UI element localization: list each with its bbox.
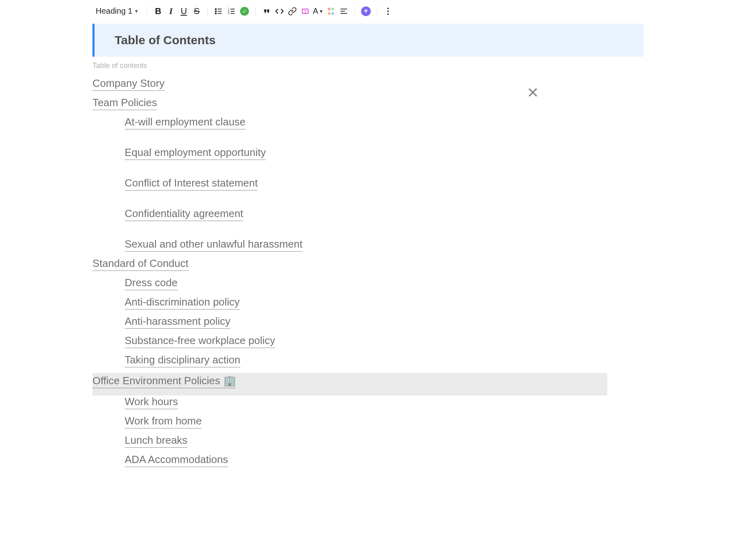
toc-link[interactable]: Taking disciplinary action [125, 354, 240, 367]
toc-link[interactable]: Work from home [125, 415, 202, 428]
toc-row: Taking disciplinary action [92, 354, 643, 373]
toc-link[interactable]: Team Policies [92, 96, 157, 110]
toc-banner-title: Table of Contents [115, 33, 643, 47]
plus-circle-icon: + [361, 6, 371, 16]
highlight-color-button[interactable] [325, 5, 337, 17]
toc-row: Company Story [92, 77, 643, 96]
toc-link[interactable]: Standard of Conduct [92, 257, 189, 271]
toc-row: Anti-discrimination policy [92, 296, 643, 315]
formatting-toolbar: Heading 1 ▼ B I U S [92, 3, 756, 19]
text-color-label: A [313, 6, 318, 16]
toc-row: At-will employment clause [92, 116, 643, 135]
align-button[interactable] [338, 5, 350, 17]
toc-link[interactable]: Work hours [125, 396, 178, 409]
toc-row: Equal employment opportunity [92, 146, 643, 166]
toolbar-divider [207, 6, 208, 16]
toc-row: Substance-free workplace policy [92, 334, 643, 354]
toc-link[interactable]: Office Environment Policies 🏢 [92, 375, 236, 388]
toc-link[interactable]: Anti-harassment policy [125, 315, 230, 329]
toc-link[interactable]: Company Story [92, 77, 164, 91]
toc-row: ADA Accommodations [92, 453, 643, 473]
heading-dropdown-label: Heading 1 [96, 6, 132, 16]
link-button[interactable] [286, 5, 298, 17]
toc-link[interactable]: Equal employment opportunity [125, 146, 266, 160]
toc-row: Conflict of Interest statement [92, 177, 643, 196]
checklist-button[interactable]: ✓ [238, 5, 251, 17]
bullet-list-button[interactable] [213, 5, 225, 17]
svg-point-2 [215, 10, 216, 12]
underline-button[interactable]: U [178, 5, 190, 17]
toc-link[interactable]: Lunch breaks [125, 434, 187, 448]
toc-row: Dress code [92, 277, 643, 296]
code-button[interactable] [273, 5, 286, 17]
toolbar-divider [377, 6, 377, 16]
toc-link[interactable]: At-will employment clause [125, 116, 246, 129]
toolbar-divider [355, 6, 355, 16]
toc-link[interactable]: Confidentiality agreement [125, 207, 243, 221]
toc-link[interactable]: Conflict of Interest statement [125, 177, 258, 191]
banner-button[interactable]: T [299, 5, 311, 17]
toolbar-divider [255, 6, 256, 16]
toc-row: Lunch breaks [92, 434, 643, 453]
chevron-down-icon: ▼ [319, 9, 323, 14]
toc-row: Sexual and other unlawful harassment [92, 238, 643, 257]
text-color-button[interactable]: A ▼ [312, 5, 324, 17]
color-dots-icon [327, 7, 335, 16]
document-content: Table of Contents Table of contents ✕ Co… [92, 24, 643, 473]
toc-link[interactable]: Dress code [125, 277, 178, 290]
heading-dropdown[interactable]: Heading 1 ▼ [92, 5, 142, 17]
toc-row: Anti-harassment policy [92, 315, 643, 334]
toc-banner[interactable]: Table of Contents [92, 24, 643, 57]
toc-link[interactable]: Sexual and other unlawful harassment [125, 238, 302, 252]
chevron-down-icon: ▼ [134, 8, 139, 14]
svg-point-0 [215, 8, 216, 10]
toc-row: Standard of Conduct [92, 257, 643, 277]
close-icon: ✕ [527, 84, 539, 101]
more-options-button[interactable] [382, 5, 394, 17]
toc-link[interactable]: ADA Accommodations [125, 453, 228, 467]
numbered-list-button[interactable]: 1 2 3 [226, 5, 238, 17]
svg-point-4 [215, 13, 216, 14]
toc-row: Team Policies [92, 96, 643, 116]
more-vertical-icon [387, 8, 389, 15]
toc-row: Work hours [92, 396, 643, 415]
toc-row: Work from home [92, 415, 643, 434]
toc-list: Company StoryTeam PoliciesAt-will employ… [92, 77, 643, 473]
toolbar-divider [147, 6, 147, 16]
quote-button[interactable] [261, 5, 273, 17]
toc-row: Confidentiality agreement [92, 207, 643, 227]
add-button[interactable]: + [360, 5, 372, 17]
toc-link[interactable]: Substance-free workplace policy [125, 334, 275, 348]
toc-subtitle: Table of contents [92, 61, 643, 70]
check-circle-icon: ✓ [240, 7, 249, 16]
italic-button[interactable]: I [165, 5, 177, 17]
strikethrough-button[interactable]: S [191, 5, 203, 17]
toc-row: Office Environment Policies 🏢 [92, 373, 607, 396]
toc-link[interactable]: Anti-discrimination policy [125, 296, 240, 309]
svg-text:T: T [304, 9, 306, 13]
close-button[interactable]: ✕ [527, 84, 539, 101]
bold-button[interactable]: B [152, 5, 164, 17]
svg-text:3: 3 [228, 12, 230, 14]
